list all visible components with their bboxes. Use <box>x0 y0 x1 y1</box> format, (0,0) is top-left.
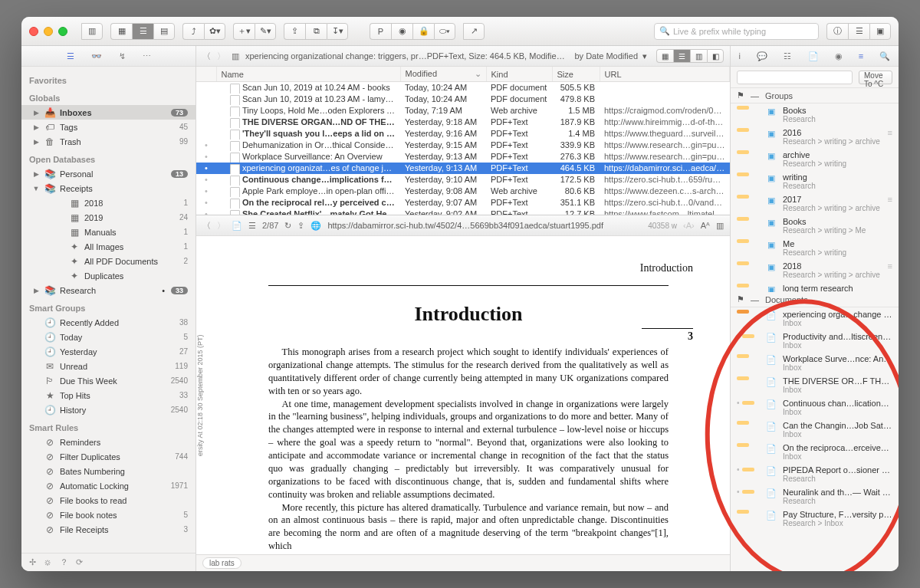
pv-rotate-icon[interactable]: ↻ <box>284 221 291 231</box>
pv-share-icon[interactable]: ⇪ <box>297 221 304 231</box>
sidebar-item[interactable]: ✦Duplicates <box>21 268 196 283</box>
open-external[interactable]: ↗︎ <box>463 23 485 40</box>
minus-icon[interactable]: — <box>751 91 759 100</box>
sidebar-item[interactable]: ▶📚Personal13 <box>21 166 196 181</box>
insp-tab-doc-icon[interactable]: 📄 <box>808 51 819 61</box>
sidebar-item[interactable]: ✉︎Unread119 <box>21 359 196 373</box>
move-to-button[interactable]: Move To ^C <box>859 71 892 84</box>
lock[interactable]: 🔒 <box>412 23 434 40</box>
viewchip-grid-icon[interactable]: ▦ <box>656 49 673 63</box>
sidebar-item[interactable]: ▦20181 <box>21 195 196 210</box>
viewchip-list-icon[interactable]: ☰ <box>673 49 690 63</box>
minus-icon[interactable]: — <box>751 295 759 304</box>
col-header[interactable]: URL <box>600 67 730 82</box>
flag-icon[interactable]: ⚑ <box>737 294 744 304</box>
close-window[interactable] <box>29 27 38 36</box>
insp-tab-info-icon[interactable]: i <box>739 51 741 61</box>
sidebar-item[interactable]: ▦Manuals1 <box>21 225 196 239</box>
view-icons[interactable]: ▦ <box>110 23 132 40</box>
new-doc[interactable]: ＋▾ <box>233 23 255 40</box>
insp-tab-concordance-icon[interactable]: ≡ <box>859 51 863 61</box>
unread[interactable]: ◉ <box>391 23 412 40</box>
list-item[interactable]: ▣BooksResearch <box>731 103 899 126</box>
col-header[interactable]: Size <box>552 67 600 82</box>
sidebar-item[interactable]: ▶📚Research•33 <box>21 283 196 297</box>
sidebar-item[interactable]: 🕘Recently Added38 <box>21 315 196 330</box>
pv-text-icon[interactable]: ‹A› <box>683 221 695 230</box>
sync-icon[interactable]: ⟳ <box>76 557 83 567</box>
sb-view-import-icon[interactable]: ↯ <box>119 51 126 61</box>
move-to[interactable]: ⇪ <box>284 23 305 40</box>
pv-columns-icon[interactable]: ▥ <box>716 221 724 231</box>
sidebar-item[interactable]: ⊘Bates Numbering <box>21 464 196 478</box>
path-crumb[interactable]: xperiencing organizational change: trigg… <box>245 51 568 61</box>
table-row[interactable]: •xperiencing organizat…es of change jour… <box>196 163 730 174</box>
duplicate[interactable]: ⧉ <box>305 23 327 40</box>
list-item[interactable]: ▣BooksResearch > writing > Me <box>731 215 899 237</box>
new-group[interactable]: ✎▾ <box>255 23 276 40</box>
flag[interactable]: P <box>370 23 391 40</box>
sidebar-item[interactable]: ⊘Filter Duplicates744 <box>21 449 196 464</box>
sort-menu[interactable]: by Date Modified ▾ <box>574 51 647 61</box>
sidebar-item[interactable]: ▼📚Receipts <box>21 181 196 195</box>
view-list[interactable]: ☰ <box>132 23 153 40</box>
insp-tab-annotate-icon[interactable]: 💬 <box>757 51 767 61</box>
viewchip-cols-icon[interactable]: ▥ <box>690 49 707 63</box>
sidebar-item[interactable]: ⊘File books to read <box>21 493 196 508</box>
table-row[interactable]: •Dehumanization in Or…thical Considerati… <box>196 140 730 151</box>
tag-icon[interactable]: ？ <box>60 557 68 568</box>
sidebar-list[interactable]: FavoritesGlobals▶📥Inboxes73▶🏷Tags45▶🗑Tra… <box>21 67 196 553</box>
list-item[interactable]: ▣archiveResearch > writing <box>731 148 899 170</box>
pv-sidebar-icon[interactable]: ☰ <box>248 221 256 231</box>
preview-url[interactable]: https://dabamirror.sci-hub.tw/4502/4…566… <box>327 221 642 230</box>
sidebar-item[interactable]: ⊘Reminders <box>21 435 196 449</box>
info[interactable]: ⓘ <box>826 23 848 40</box>
path-icon[interactable]: ▥ <box>232 51 239 61</box>
sidebar-item[interactable]: ▶🗑Trash99 <box>21 134 196 149</box>
list-item[interactable]: •📄PIPEDA Report o…sioner of CanadaResear… <box>731 463 899 485</box>
new-button[interactable]: ✢ <box>29 557 36 567</box>
list-item[interactable]: 📄Workplace Surve…nce: An OverviewInbox <box>731 352 899 374</box>
sb-view-reading-icon[interactable]: 👓 <box>91 51 102 61</box>
global-search[interactable]: 🔍 Live & prefix while typing <box>654 23 819 40</box>
sidebar-item[interactable]: 🕘History2540 <box>21 402 196 417</box>
col-header[interactable]: Kind <box>486 67 552 82</box>
file-list[interactable]: NameModified ⌄KindSizeURL Scan Jun 10, 2… <box>196 67 730 215</box>
tag-chip[interactable]: lab rats <box>202 557 242 569</box>
pv-fwd-icon[interactable]: 〉 <box>217 220 225 232</box>
sidebar-item[interactable]: ⊘File Receipts3 <box>21 522 196 537</box>
list-item[interactable]: ▣2016Research > writing > archive≡ <box>731 126 899 148</box>
list-item[interactable]: ▣long term research…arch <box>731 281 899 292</box>
list-item[interactable]: 📄On the reciproca…erceived control?Inbox <box>731 441 899 463</box>
table-row[interactable]: Tiny Loops, Hold Me…oden Explorers Archi… <box>196 105 730 117</box>
table-row[interactable]: •On the reciprocal rel…y perceived contr… <box>196 197 730 209</box>
sidebar-item[interactable]: ▶🏷Tags45 <box>21 120 196 134</box>
list-item[interactable]: ▣writingResearch <box>731 170 899 192</box>
table-row[interactable]: 'They'll squash you l…eeps a lid on leak… <box>196 128 730 140</box>
nav-back-icon[interactable]: 〈 <box>202 51 211 62</box>
nav-fwd-icon[interactable]: 〉 <box>217 51 225 62</box>
document-preview[interactable]: ersity At 02:18 30 September 2015 (PT) I… <box>196 236 730 554</box>
viewchip-cover-icon[interactable]: ◧ <box>707 49 724 63</box>
pv-back-icon[interactable]: 〈 <box>202 220 211 232</box>
list-item[interactable]: 📄xperiencing orga…change journeysInbox <box>731 307 899 330</box>
list-item[interactable]: ▣2018Research > writing > archive≡ <box>731 259 899 281</box>
sidebar-item[interactable]: ✦All Images1 <box>21 239 196 254</box>
inspector-toggle[interactable]: ☰ <box>848 23 869 40</box>
sidebar-item[interactable]: ▶📥Inboxes73 <box>21 105 196 120</box>
import[interactable]: ↧▾ <box>327 23 348 40</box>
insp-tab-mark-icon[interactable]: ◉ <box>835 51 843 61</box>
col-header[interactable]: Modified ⌄ <box>400 67 486 82</box>
list-item[interactable]: •📄Productivity and…ltiscreen displaysInb… <box>731 330 899 352</box>
list-item[interactable]: ▣MeResearch > writing <box>731 237 899 259</box>
view-columns[interactable]: ▤ <box>153 23 175 40</box>
col-header[interactable]: Name <box>216 67 400 82</box>
inspector-documents[interactable]: 📄xperiencing orga…change journeysInbox•📄… <box>731 307 899 571</box>
col-header[interactable] <box>196 67 216 82</box>
table-row[interactable]: THE DIVERSE ORGAN…ND OF THE RAINBOWYeste… <box>196 117 730 128</box>
table-row[interactable]: Scan Jun 10, 2019 at 10.24 AM - booksTod… <box>196 82 730 94</box>
table-row[interactable]: •She Created Netflix'…mately Got Her Fir… <box>196 209 730 216</box>
sidebar-item[interactable]: ★Top Hits33 <box>21 388 196 402</box>
sidebar-item[interactable]: 🕘Yesterday27 <box>21 344 196 359</box>
table-row[interactable]: Scan Jun 10, 2019 at 10.23 AM - lamy pen… <box>196 94 730 105</box>
